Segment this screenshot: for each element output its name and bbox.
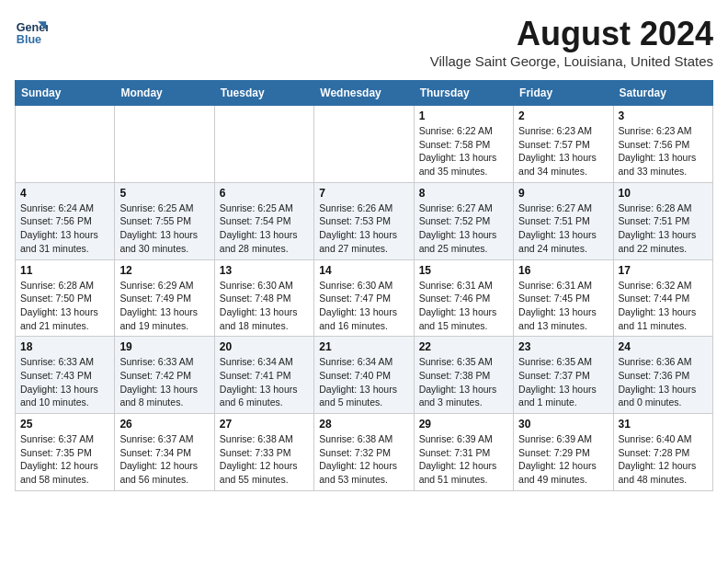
calendar-cell: 4Sunrise: 6:24 AM Sunset: 7:56 PM Daylig… — [16, 182, 115, 259]
calendar-cell: 7Sunrise: 6:26 AM Sunset: 7:53 PM Daylig… — [314, 182, 414, 259]
calendar-cell: 5Sunrise: 6:25 AM Sunset: 7:55 PM Daylig… — [115, 182, 214, 259]
location: Village Saint George, Louisiana, United … — [430, 53, 713, 69]
calendar-cell: 23Sunrise: 6:35 AM Sunset: 7:37 PM Dayli… — [514, 337, 613, 414]
column-header-tuesday: Tuesday — [214, 81, 313, 106]
day-number: 30 — [518, 418, 608, 431]
calendar-cell: 13Sunrise: 6:30 AM Sunset: 7:48 PM Dayli… — [214, 259, 313, 337]
day-detail: Sunrise: 6:32 AM Sunset: 7:44 PM Dayligh… — [619, 279, 708, 333]
calendar-cell: 30Sunrise: 6:39 AM Sunset: 7:29 PM Dayli… — [514, 414, 613, 491]
day-detail: Sunrise: 6:36 AM Sunset: 7:36 PM Dayligh… — [619, 355, 708, 409]
month-year: August 2024 — [430, 15, 713, 53]
day-number: 23 — [518, 340, 608, 353]
day-number: 6 — [220, 187, 309, 200]
calendar-cell: 19Sunrise: 6:33 AM Sunset: 7:42 PM Dayli… — [115, 337, 214, 414]
day-detail: Sunrise: 6:22 AM Sunset: 7:58 PM Dayligh… — [419, 124, 508, 178]
calendar-cell: 14Sunrise: 6:30 AM Sunset: 7:47 PM Dayli… — [314, 259, 414, 337]
calendar-week-row: 1Sunrise: 6:22 AM Sunset: 7:58 PM Daylig… — [16, 106, 713, 183]
day-detail: Sunrise: 6:33 AM Sunset: 7:42 PM Dayligh… — [119, 355, 209, 409]
day-number: 10 — [619, 187, 708, 200]
calendar-cell: 26Sunrise: 6:37 AM Sunset: 7:34 PM Dayli… — [115, 414, 214, 491]
calendar-cell: 16Sunrise: 6:31 AM Sunset: 7:45 PM Dayli… — [514, 259, 613, 337]
day-detail: Sunrise: 6:37 AM Sunset: 7:34 PM Dayligh… — [119, 432, 209, 487]
column-header-monday: Monday — [115, 81, 214, 106]
calendar-cell: 21Sunrise: 6:34 AM Sunset: 7:40 PM Dayli… — [314, 337, 414, 414]
calendar-week-row: 4Sunrise: 6:24 AM Sunset: 7:56 PM Daylig… — [16, 182, 713, 259]
day-number: 22 — [419, 340, 508, 353]
calendar-cell — [16, 106, 115, 183]
calendar-cell: 24Sunrise: 6:36 AM Sunset: 7:36 PM Dayli… — [613, 337, 712, 414]
day-number: 16 — [518, 264, 608, 277]
calendar-cell: 8Sunrise: 6:27 AM Sunset: 7:52 PM Daylig… — [414, 182, 513, 259]
calendar-cell: 29Sunrise: 6:39 AM Sunset: 7:31 PM Dayli… — [414, 414, 513, 491]
day-detail: Sunrise: 6:31 AM Sunset: 7:46 PM Dayligh… — [419, 279, 508, 333]
day-number: 28 — [319, 418, 408, 431]
calendar-cell: 22Sunrise: 6:35 AM Sunset: 7:38 PM Dayli… — [414, 337, 513, 414]
day-detail: Sunrise: 6:30 AM Sunset: 7:47 PM Dayligh… — [319, 279, 408, 333]
day-number: 8 — [419, 187, 508, 200]
calendar-cell: 15Sunrise: 6:31 AM Sunset: 7:46 PM Dayli… — [414, 259, 513, 337]
calendar-cell: 17Sunrise: 6:32 AM Sunset: 7:44 PM Dayli… — [613, 259, 712, 337]
day-number: 26 — [119, 418, 209, 431]
day-detail: Sunrise: 6:39 AM Sunset: 7:31 PM Dayligh… — [419, 432, 508, 487]
logo: General Blue — [15, 15, 48, 48]
day-detail: Sunrise: 6:34 AM Sunset: 7:40 PM Dayligh… — [319, 355, 408, 409]
calendar-cell: 27Sunrise: 6:38 AM Sunset: 7:33 PM Dayli… — [214, 414, 313, 491]
calendar-week-row: 18Sunrise: 6:33 AM Sunset: 7:43 PM Dayli… — [16, 337, 713, 414]
calendar-cell: 10Sunrise: 6:28 AM Sunset: 7:51 PM Dayli… — [613, 182, 712, 259]
day-detail: Sunrise: 6:35 AM Sunset: 7:38 PM Dayligh… — [419, 355, 508, 409]
day-detail: Sunrise: 6:24 AM Sunset: 7:56 PM Dayligh… — [20, 201, 109, 256]
day-detail: Sunrise: 6:38 AM Sunset: 7:33 PM Dayligh… — [220, 432, 309, 487]
day-number: 4 — [20, 187, 109, 200]
calendar-cell: 31Sunrise: 6:40 AM Sunset: 7:28 PM Dayli… — [613, 414, 712, 491]
day-number: 25 — [20, 418, 109, 431]
day-detail: Sunrise: 6:38 AM Sunset: 7:32 PM Dayligh… — [319, 432, 408, 487]
calendar-cell: 25Sunrise: 6:37 AM Sunset: 7:35 PM Dayli… — [16, 414, 115, 491]
logo-icon: General Blue — [15, 15, 48, 48]
calendar-week-row: 11Sunrise: 6:28 AM Sunset: 7:50 PM Dayli… — [16, 259, 713, 337]
calendar-cell — [314, 106, 414, 183]
day-detail: Sunrise: 6:23 AM Sunset: 7:56 PM Dayligh… — [619, 124, 708, 178]
day-detail: Sunrise: 6:28 AM Sunset: 7:51 PM Dayligh… — [619, 201, 708, 256]
day-detail: Sunrise: 6:29 AM Sunset: 7:49 PM Dayligh… — [119, 279, 209, 333]
day-detail: Sunrise: 6:26 AM Sunset: 7:53 PM Dayligh… — [319, 201, 408, 256]
day-number: 18 — [20, 340, 109, 353]
day-detail: Sunrise: 6:35 AM Sunset: 7:37 PM Dayligh… — [518, 355, 608, 409]
calendar-cell: 3Sunrise: 6:23 AM Sunset: 7:56 PM Daylig… — [613, 106, 712, 183]
day-detail: Sunrise: 6:40 AM Sunset: 7:28 PM Dayligh… — [619, 432, 708, 487]
day-detail: Sunrise: 6:25 AM Sunset: 7:55 PM Dayligh… — [119, 201, 209, 256]
svg-text:Blue: Blue — [17, 33, 41, 46]
column-header-sunday: Sunday — [16, 81, 115, 106]
day-detail: Sunrise: 6:27 AM Sunset: 7:51 PM Dayligh… — [518, 201, 608, 256]
day-detail: Sunrise: 6:37 AM Sunset: 7:35 PM Dayligh… — [20, 432, 109, 487]
calendar-cell: 18Sunrise: 6:33 AM Sunset: 7:43 PM Dayli… — [16, 337, 115, 414]
day-number: 20 — [220, 340, 309, 353]
calendar-week-row: 25Sunrise: 6:37 AM Sunset: 7:35 PM Dayli… — [16, 414, 713, 491]
day-detail: Sunrise: 6:25 AM Sunset: 7:54 PM Dayligh… — [220, 201, 309, 256]
day-detail: Sunrise: 6:30 AM Sunset: 7:48 PM Dayligh… — [220, 279, 309, 333]
calendar-header-row: SundayMondayTuesdayWednesdayThursdayFrid… — [16, 81, 713, 106]
day-detail: Sunrise: 6:28 AM Sunset: 7:50 PM Dayligh… — [20, 279, 109, 333]
day-number: 24 — [619, 340, 708, 353]
day-number: 3 — [619, 109, 708, 122]
day-number: 17 — [619, 264, 708, 277]
day-number: 12 — [119, 264, 209, 277]
calendar-cell: 2Sunrise: 6:23 AM Sunset: 7:57 PM Daylig… — [514, 106, 613, 183]
day-number: 7 — [319, 187, 408, 200]
calendar-cell: 6Sunrise: 6:25 AM Sunset: 7:54 PM Daylig… — [214, 182, 313, 259]
day-number: 5 — [119, 187, 209, 200]
calendar-cell: 20Sunrise: 6:34 AM Sunset: 7:41 PM Dayli… — [214, 337, 313, 414]
calendar-cell: 1Sunrise: 6:22 AM Sunset: 7:58 PM Daylig… — [414, 106, 513, 183]
day-detail: Sunrise: 6:33 AM Sunset: 7:43 PM Dayligh… — [20, 355, 109, 409]
day-number: 1 — [419, 109, 508, 122]
day-number: 13 — [220, 264, 309, 277]
column-header-thursday: Thursday — [414, 81, 513, 106]
column-header-wednesday: Wednesday — [314, 81, 414, 106]
day-detail: Sunrise: 6:34 AM Sunset: 7:41 PM Dayligh… — [220, 355, 309, 409]
day-number: 21 — [319, 340, 408, 353]
day-number: 31 — [619, 418, 708, 431]
calendar-cell — [115, 106, 214, 183]
day-number: 11 — [20, 264, 109, 277]
day-number: 27 — [220, 418, 309, 431]
day-number: 9 — [518, 187, 608, 200]
header: General Blue August 2024 Village Saint G… — [15, 15, 713, 76]
